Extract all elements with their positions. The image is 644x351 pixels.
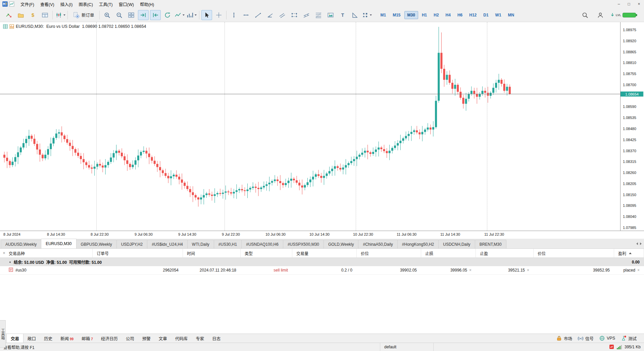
picture-button[interactable]	[325, 10, 336, 20]
tabs-scroll-left-button[interactable]	[636, 242, 638, 245]
timeframe-h2[interactable]: H2	[431, 11, 442, 19]
zoom-in-button[interactable]	[102, 10, 112, 20]
toolbox-tab-7[interactable]: 预警	[138, 334, 155, 343]
chart-shift-button[interactable]	[150, 10, 161, 20]
toolbox-tab-6[interactable]: 公司	[122, 334, 138, 343]
menu-item-4[interactable]: 工具(T)	[96, 0, 116, 8]
depth-of-market-icon[interactable]	[3, 24, 8, 29]
toolbox-close-button[interactable]: ×	[2, 251, 6, 255]
column-header-0[interactable]: 交易品种	[0, 249, 93, 257]
menu-item-3[interactable]: 图表(C)	[76, 0, 96, 8]
horizontal-line-button[interactable]	[241, 10, 251, 20]
chart-tab-1[interactable]: EURUSD,M30	[41, 239, 76, 248]
menu-item-5[interactable]: 窗口(W)	[116, 0, 137, 8]
equidistant-channel-button[interactable]	[301, 10, 312, 20]
timeframe-mn[interactable]: MN	[505, 11, 517, 19]
chart-tab-5[interactable]: WTI,Daily	[187, 240, 214, 248]
connection-level[interactable]: LVL	[610, 12, 637, 18]
column-header-8[interactable]: 价位	[534, 249, 614, 257]
chart-tab-8[interactable]: #USSPX500,M30	[283, 240, 324, 248]
cursor-button[interactable]	[201, 10, 212, 20]
remove-tp-button[interactable]: ×	[527, 268, 529, 272]
column-header-1[interactable]: 订单号	[93, 249, 183, 257]
trendline-button[interactable]	[253, 10, 263, 20]
market-watch-button[interactable]: $	[28, 10, 38, 20]
account-button[interactable]	[595, 10, 606, 20]
toolbox-tab-10[interactable]: 专家	[192, 334, 208, 343]
minimize-button[interactable]: –	[614, 0, 624, 8]
crosshair-button[interactable]	[213, 10, 224, 20]
new-order-button[interactable]: 新订单	[70, 10, 97, 20]
objects-button[interactable]	[186, 10, 197, 20]
tile-windows-button[interactable]	[126, 10, 137, 20]
column-header-7[interactable]: 止盈	[476, 249, 534, 257]
toolbox-tab-11[interactable]: 日志	[208, 334, 225, 343]
tabs-scroll-right-button[interactable]	[640, 242, 642, 245]
chart-tab-2[interactable]: GBPUSD,Weekly	[76, 240, 117, 248]
profiles-button[interactable]	[15, 10, 26, 20]
column-header-2[interactable]: 时间	[183, 249, 241, 257]
fibonacci-button[interactable]	[313, 10, 324, 20]
chart-tab-12[interactable]: USDCNH,Daily	[438, 240, 475, 248]
timeframe-h4[interactable]: H4	[443, 11, 454, 19]
vps-button[interactable]: VPS	[599, 335, 615, 341]
column-header-9[interactable]: 盈利	[614, 249, 644, 257]
toolbox-tab-1[interactable]: 敞口	[23, 334, 40, 343]
timeframe-h12[interactable]: H12	[466, 11, 480, 19]
timeframe-m1[interactable]: M1	[378, 11, 389, 19]
chart-tab-0[interactable]: AUDUSD,Weekly	[1, 240, 41, 248]
text-button[interactable]: T	[337, 10, 348, 20]
chart-tab-6[interactable]: #US30,H1	[214, 240, 242, 248]
chart-tab-10[interactable]: #ChinaA50,Daily	[358, 240, 397, 248]
indicators-button[interactable]	[174, 10, 185, 20]
vertical-line-button[interactable]	[229, 10, 239, 20]
market-button[interactable]: 市场	[556, 335, 572, 342]
toolbox-tab-9[interactable]: 代码库	[171, 334, 192, 343]
zoom-out-button[interactable]	[114, 10, 125, 20]
menu-item-0[interactable]: 文件(F)	[17, 0, 37, 8]
timeframe-h6[interactable]: H6	[454, 11, 465, 19]
remove-profit-button[interactable]: ×	[637, 268, 640, 272]
timeframe-m30[interactable]: M30	[404, 11, 418, 19]
menu-item-1[interactable]: 查看(V)	[37, 0, 57, 8]
timeframe-d1[interactable]: D1	[480, 11, 491, 19]
timeframe-m15[interactable]: M15	[390, 11, 403, 19]
chart-tab-7[interactable]: #USNDAQ100,H6	[241, 240, 283, 248]
balance-row[interactable]: 结余: 51.00 USD 净值: 51.00 可用预付款: 51.00 0.0…	[0, 258, 644, 266]
menu-item-6[interactable]: 帮助(H)	[137, 0, 157, 8]
menu-item-2[interactable]: 插入(I)	[57, 0, 76, 8]
toolbox-tab-0[interactable]: 交易	[6, 334, 23, 343]
toolbox-tab-3[interactable]: 新闻99	[56, 334, 78, 343]
column-header-5[interactable]: 价位	[357, 249, 421, 257]
algo-trading-button[interactable]	[162, 10, 173, 20]
signals-button[interactable]: 信号	[578, 335, 594, 342]
maximize-button[interactable]: □	[624, 0, 634, 8]
column-header-4[interactable]: 交易量	[292, 249, 357, 257]
auto-scroll-button[interactable]	[138, 10, 149, 20]
timeframe-w1[interactable]: W1	[492, 11, 504, 19]
chart-tab-13[interactable]: BRENT,M30	[475, 240, 506, 248]
toolbox-tab-2[interactable]: 历史	[40, 334, 56, 343]
remove-sl-button[interactable]: ×	[469, 268, 472, 272]
set-square-button[interactable]	[349, 10, 360, 20]
rectangle-button[interactable]	[289, 10, 300, 20]
timeframe-h1[interactable]: H1	[419, 11, 430, 19]
channel-button[interactable]	[277, 10, 288, 20]
column-header-6[interactable]: 止损	[421, 249, 476, 257]
chart-stats-icon[interactable]	[9, 24, 14, 29]
chart-tab-11[interactable]: #HongKong50,H2	[397, 240, 439, 248]
profile-indicator[interactable]: default	[380, 343, 434, 351]
toolbox-tab-8[interactable]: 文章	[155, 334, 171, 343]
column-header-3[interactable]: 类型	[241, 249, 292, 257]
order-row[interactable]: #us3029620542024.07.11 20:46:18sell limi…	[0, 266, 644, 275]
toolbox-tab-4[interactable]: 邮箱7	[78, 334, 97, 343]
chart-tab-3[interactable]: USDJPY,H2	[116, 240, 147, 248]
toolbox-side-tab[interactable]: 工具箱	[0, 320, 6, 348]
chart-tab-9[interactable]: GOLD,Weekly	[324, 240, 358, 248]
tester-button[interactable]: 测试	[621, 335, 637, 342]
trendline-angle-button[interactable]	[265, 10, 276, 20]
chart-tab-4[interactable]: #US$idx_U24,H4	[147, 240, 188, 248]
shapes-button[interactable]	[361, 10, 372, 20]
quotes-button[interactable]	[3, 10, 14, 20]
window-layout-button[interactable]	[40, 10, 50, 20]
